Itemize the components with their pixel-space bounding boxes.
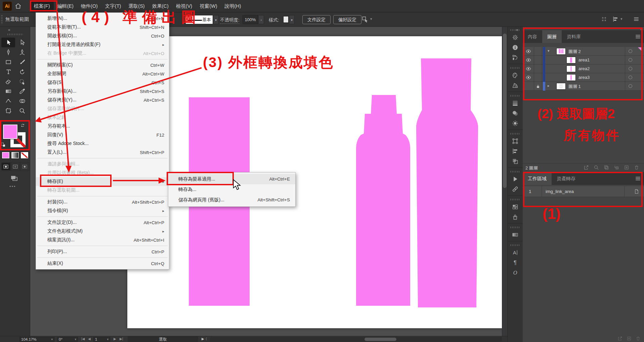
- artboard-name[interactable]: img_link_area: [546, 189, 574, 194]
- file-menu-item[interactable]: 文件色彩模式(M)▸: [36, 227, 169, 236]
- lock-toggle[interactable]: [534, 56, 542, 64]
- select-similar-icon[interactable]: [361, 16, 369, 23]
- menubar-item-4[interactable]: 文字(T): [101, 0, 125, 12]
- vertical-scrollbar-thumb[interactable]: [503, 34, 507, 188]
- color-guide-icon[interactable]: [509, 80, 521, 90]
- layer-thumbnail[interactable]: [556, 48, 566, 55]
- file-menu-item[interactable]: 指令檔(R)▸: [36, 206, 169, 215]
- artboards-icon[interactable]: [509, 202, 521, 212]
- export-submenu-item[interactable]: 儲存為網頁用 (舊版)...Alt+Shift+Ctrl+S: [168, 195, 295, 205]
- opacity-label[interactable]: 不透明度:: [220, 17, 240, 24]
- play-icon[interactable]: ▶: [202, 337, 204, 341]
- file-menu-item[interactable]: 儲存拷貝(Y)...Alt+Ctrl+S: [36, 96, 169, 104]
- file-menu-item[interactable]: 關閉檔案(C)Ctrl+W: [36, 61, 169, 69]
- delete-icon[interactable]: [634, 165, 639, 170]
- file-menu-item[interactable]: 開啟舊檔(O)...Ctrl+O: [36, 32, 169, 40]
- layer-name[interactable]: area1: [578, 57, 590, 62]
- visibility-toggle[interactable]: [523, 82, 534, 91]
- artboards-panel-menu-icon[interactable]: [635, 175, 641, 182]
- layer-name[interactable]: area3: [578, 75, 590, 80]
- align-icon[interactable]: [612, 16, 619, 22]
- layer-name[interactable]: 圖層 2: [568, 49, 581, 55]
- menubar-item-1[interactable]: 檔案(F): [30, 0, 54, 12]
- pen-tool[interactable]: [1, 47, 15, 57]
- file-menu-item[interactable]: 置入(L)...Shift+Ctrl+P: [36, 148, 169, 157]
- file-menu-item[interactable]: 檔案資訊(I)...Alt+Shift+Ctrl+I: [36, 236, 169, 244]
- opacity-stepper[interactable]: ›: [258, 15, 264, 24]
- chevron-down-icon[interactable]: ▾: [173, 17, 175, 21]
- draw-behind-button[interactable]: [11, 162, 20, 170]
- layer-name[interactable]: area2: [578, 66, 590, 71]
- info-icon[interactable]: [509, 42, 521, 52]
- zoom-tool[interactable]: [15, 106, 29, 115]
- file-menu-item[interactable]: 轉存(E)▸: [36, 177, 169, 186]
- artwork-shape-bottle-large[interactable]: [416, 58, 478, 307]
- menubar-item-8[interactable]: 視窗(W): [196, 0, 221, 12]
- new-sublayer-icon[interactable]: [614, 165, 619, 170]
- color-icon[interactable]: [509, 70, 521, 80]
- eyedropper-tool[interactable]: [15, 86, 29, 96]
- artboards-panel-tab[interactable]: 資產轉存: [552, 172, 581, 185]
- draw-normal-button[interactable]: [1, 162, 10, 170]
- visibility-toggle[interactable]: [523, 73, 534, 82]
- lock-toggle[interactable]: [534, 47, 542, 56]
- links-icon[interactable]: [509, 184, 521, 194]
- horizontal-scrollbar-thumb[interactable]: [364, 338, 396, 341]
- draw-inside-button[interactable]: [20, 162, 29, 170]
- properties-icon[interactable]: [509, 32, 521, 42]
- trash-icon[interactable]: [636, 336, 641, 341]
- opentype-icon[interactable]: O: [509, 267, 521, 278]
- preferences-button[interactable]: 偏好設定: [333, 15, 361, 24]
- menubar-item-2[interactable]: 編輯(E): [54, 0, 77, 12]
- layer-row[interactable]: area3: [523, 73, 644, 82]
- layers-panel-tab[interactable]: 內容: [523, 30, 542, 43]
- type-tool[interactable]: [1, 67, 15, 77]
- lock-toggle[interactable]: [534, 73, 542, 82]
- similar-dropdown-chevron[interactable]: ▾: [370, 17, 372, 21]
- none-swatch-button[interactable]: [20, 152, 29, 159]
- export-submenu-item[interactable]: 轉存為螢幕適用...Alt+Ctrl+E: [168, 174, 295, 184]
- style-swatch[interactable]: [283, 16, 289, 23]
- layer-target-circle[interactable]: [629, 76, 632, 79]
- rotate-tool[interactable]: [15, 67, 29, 77]
- layers-panel-tab[interactable]: 資料庫: [562, 30, 586, 43]
- illustrator-logo[interactable]: Ai: [3, 2, 12, 11]
- layer-row[interactable]: ▾圖層 2: [523, 47, 644, 56]
- artboard-tool[interactable]: [1, 106, 15, 115]
- layer-row[interactable]: ▸圖層 1: [523, 82, 644, 91]
- gradient-swatch-button[interactable]: [11, 152, 19, 159]
- file-menu-item[interactable]: 文件設定(D)...Alt+Ctrl+P: [36, 218, 169, 227]
- layer-target-circle[interactable]: [629, 84, 632, 88]
- vertical-scrollbar[interactable]: [502, 27, 507, 336]
- layers-panel-tab[interactable]: 圖層: [542, 30, 562, 43]
- new-layer-icon[interactable]: [624, 165, 629, 170]
- opacity-input[interactable]: 100%: [243, 15, 258, 24]
- swap-fill-stroke-icon[interactable]: [20, 123, 25, 128]
- artwork-shape-bottle-small[interactable]: [356, 95, 410, 306]
- menubar-item-9[interactable]: 說明(H): [221, 0, 245, 12]
- brushes-icon[interactable]: [509, 212, 521, 222]
- color-swatch-button[interactable]: [2, 152, 10, 159]
- chevron-right-icon[interactable]: ▸: [548, 84, 550, 88]
- character-icon[interactable]: A: [509, 247, 521, 257]
- brush-select[interactable]: 基本: [185, 15, 213, 24]
- file-menu-item[interactable]: 回復(V)F12: [36, 131, 169, 139]
- export-icon[interactable]: [617, 336, 622, 341]
- next-artboard-button[interactable]: ▶: [114, 337, 116, 341]
- layers-panel-menu-icon[interactable]: [635, 33, 641, 40]
- horizontal-scrollbar[interactable]: [210, 337, 502, 342]
- style-dropdown-chevron[interactable]: ▾: [289, 15, 295, 24]
- zoom-level-select[interactable]: 104.17%▾: [19, 337, 54, 342]
- collapse-dock-icon[interactable]: «: [516, 28, 518, 32]
- visibility-toggle[interactable]: [523, 56, 534, 64]
- menubar-item-6[interactable]: 效果(C): [148, 0, 172, 12]
- layer-target-circle[interactable]: [629, 67, 632, 70]
- file-menu-item[interactable]: 打開最近使用過的檔案(F)▸: [36, 40, 169, 49]
- artboard-page-icon[interactable]: [634, 189, 639, 194]
- layer-name[interactable]: 圖層 1: [568, 84, 581, 90]
- last-artboard-button[interactable]: ▶|: [120, 337, 123, 341]
- layer-row[interactable]: area2: [523, 64, 644, 73]
- artboards-panel-tab[interactable]: 工作區域: [523, 172, 552, 185]
- search-panel-icon[interactable]: [594, 165, 599, 170]
- rotation-select[interactable]: 0°▾: [57, 337, 78, 342]
